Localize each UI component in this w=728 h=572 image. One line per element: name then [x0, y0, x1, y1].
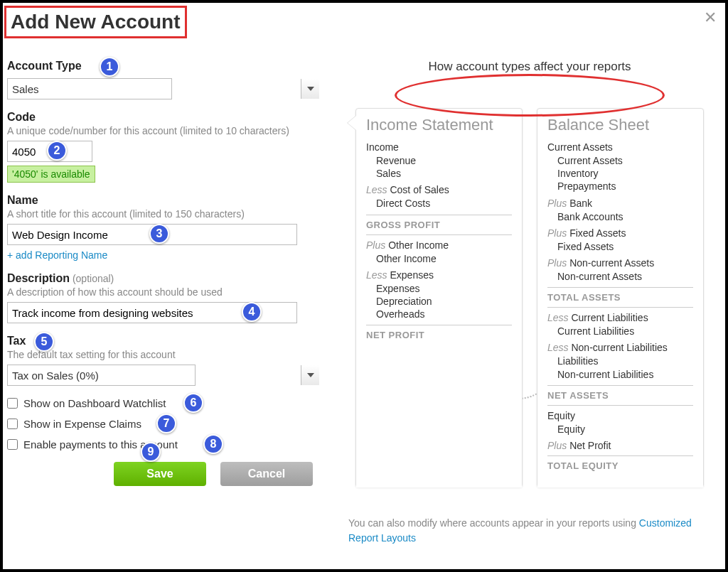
is-other-income-label: Other Income: [388, 239, 449, 251]
account-type-select[interactable]: Sales: [7, 78, 172, 99]
dashboard-watchlist-checkbox[interactable]: [7, 398, 18, 409]
bs-total-assets: TOTAL ASSETS: [547, 292, 693, 303]
close-button[interactable]: ✕: [704, 9, 717, 27]
badge-3: 3: [149, 224, 169, 244]
bs-prefix: Plus: [547, 198, 567, 209]
bs-current-assets-label: Current Assets: [547, 141, 613, 153]
tax-select[interactable]: Tax on Sales (0%): [7, 365, 196, 386]
bs-item: Current Liabilities: [557, 325, 693, 338]
bs-item: Equity: [557, 423, 693, 436]
dashboard-watchlist-label: Show on Dashboard Watchlist: [23, 397, 166, 409]
expense-claims-label: Show in Expense Claims: [23, 418, 141, 430]
is-prefix: Plus: [366, 239, 385, 251]
bs-prefix: Plus: [547, 440, 567, 451]
is-item: Revenue: [376, 154, 512, 167]
badge-6: 6: [183, 393, 203, 413]
bs-prefix: Plus: [547, 257, 567, 269]
code-label: Code: [7, 111, 36, 124]
balance-sheet-title: Balance Sheet: [547, 116, 693, 134]
bs-item: Inventory: [557, 167, 693, 180]
badge-5: 5: [34, 332, 54, 352]
is-item: Overheads: [376, 308, 512, 320]
bs-net-assets: NET ASSETS: [547, 390, 693, 401]
badge-7: 7: [156, 414, 176, 433]
tax-help: The default tax setting for this account: [7, 349, 320, 360]
bs-prefix: Less: [547, 312, 569, 323]
bs-net-profit-label: Net Profit: [569, 440, 611, 451]
code-available-message: '4050' is available: [7, 166, 95, 183]
add-reporting-name-link[interactable]: + add Reporting Name: [7, 249, 107, 261]
bs-item: Non-current Assets: [557, 270, 693, 283]
income-statement-title: Income Statement: [366, 116, 512, 134]
is-net-profit: NET PROFIT: [366, 330, 512, 340]
dialog-title: Add New Account: [6, 8, 185, 36]
is-item: Sales: [376, 167, 512, 180]
is-cos-label: Cost of Sales: [390, 184, 449, 195]
enable-payments-checkbox[interactable]: [7, 439, 18, 450]
is-item: Other Income: [376, 252, 512, 265]
badge-4: 4: [242, 302, 262, 322]
bs-total-equity: TOTAL EQUITY: [547, 460, 693, 471]
description-optional: (optional): [73, 273, 114, 284]
badge-2: 2: [47, 141, 67, 161]
bs-item: Liabilities: [557, 355, 693, 367]
is-income-label: Income: [366, 141, 399, 153]
save-button[interactable]: Save: [114, 462, 206, 486]
bs-prefix: Less: [547, 342, 569, 353]
bs-nca-label: Non-current Assets: [569, 257, 654, 269]
tax-value: Tax on Sales (0%): [12, 369, 99, 382]
expense-claims-checkbox[interactable]: [7, 419, 18, 429]
info-header: How account types affect your reports: [341, 60, 718, 80]
code-help: A unique code/number for this account (l…: [7, 125, 320, 136]
balance-sheet-card: Balance Sheet Current Assets Current Ass…: [537, 108, 704, 487]
bs-prefix: Plus: [547, 227, 567, 239]
account-type-label: Account Type: [7, 60, 82, 72]
is-item: Direct Costs: [376, 197, 512, 210]
footer-note-text: You can also modify where accounts appea…: [348, 517, 639, 529]
bs-item: Current Assets: [557, 154, 693, 167]
description-help: A description of how this account should…: [7, 286, 320, 298]
name-help: A short title for this account (limited …: [7, 208, 320, 220]
name-label: Name: [7, 194, 38, 207]
badge-1: 1: [100, 57, 119, 77]
chevron-down-icon: [301, 79, 319, 99]
badge-9: 9: [141, 442, 161, 462]
is-gross-profit: GROSS PROFIT: [366, 220, 512, 230]
is-prefix: Less: [366, 269, 387, 281]
is-item: Expenses: [376, 282, 512, 295]
income-statement-card: Income Statement Income Revenue Sales Le…: [355, 108, 523, 487]
chevron-down-icon: [301, 365, 319, 385]
bs-ncl-label: Non-current Liabilities: [571, 342, 667, 353]
bs-equity-label: Equity: [547, 410, 575, 421]
is-expenses-label: Expenses: [390, 269, 433, 281]
bs-cl-label: Current Liabilities: [571, 312, 648, 323]
account-type-value: Sales: [12, 83, 39, 95]
is-item: Depreciation: [376, 295, 512, 308]
bs-item: Fixed Assets: [557, 240, 693, 253]
badge-8: 8: [203, 434, 223, 454]
footer-note: You can also modify where accounts appea…: [341, 516, 718, 546]
bs-fixed-assets-label: Fixed Assets: [569, 227, 626, 239]
tax-label: Tax: [7, 335, 26, 347]
is-prefix: Less: [366, 184, 387, 195]
bs-item: Bank Accounts: [557, 210, 693, 223]
bs-bank-label: Bank: [569, 198, 592, 209]
bs-item: Prepayments: [557, 180, 693, 193]
description-label: Description: [7, 272, 70, 285]
cancel-button[interactable]: Cancel: [220, 462, 313, 486]
bs-item: Non-current Liabilities: [557, 368, 693, 381]
speech-pointer-icon: [348, 116, 356, 130]
